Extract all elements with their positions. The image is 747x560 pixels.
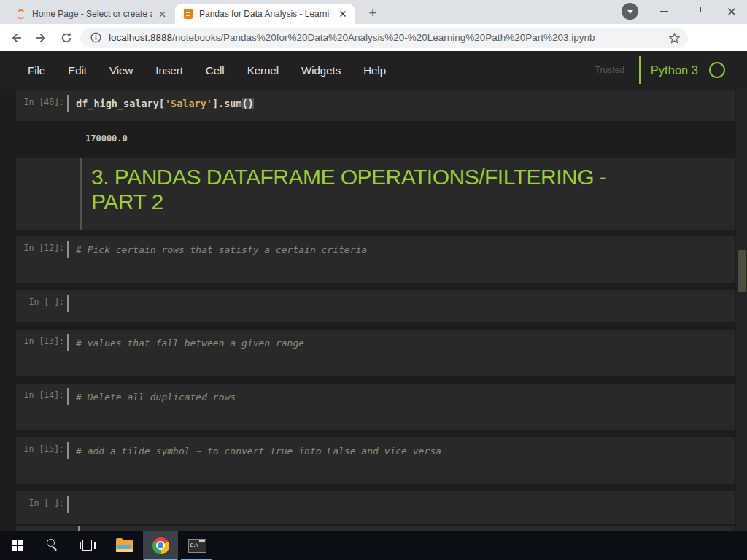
cell-gutter-line [67,295,69,312]
windows-logo-icon [12,540,24,552]
cell-prompt[interactable]: In [ ]: [16,498,64,508]
code-input[interactable]: # Pick certain rows that satisfy a certa… [76,242,728,257]
code-input[interactable]: df_high_salary['Salary'].sum() [76,96,728,111]
kernel-name: Python 3 [651,63,698,77]
code-cell[interactable]: In [15]:# add a tilde symbol ~ to conver… [16,438,735,484]
code-cell[interactable]: In [13]:# values that fall between a giv… [16,330,735,376]
tab-home-page[interactable]: Home Page - Select or create a n [7,4,174,24]
cell-gutter-line [67,388,69,405]
reload-icon[interactable] [58,30,74,46]
cell-gutter-line [67,496,69,513]
tab-title: Pandas for Data Analysis - Learni [199,9,333,19]
browser-tab-strip: Home Page - Select or create a n Pandas … [0,0,747,24]
notebook-cells: In [40]:df_high_salary['Salary'].sum()17… [0,89,736,524]
task-view-icon [80,540,96,551]
cell-prompt[interactable]: In [40]: [16,97,64,107]
jupyter-logo-icon [16,9,26,19]
new-tab-button[interactable]: + [363,4,383,22]
code-cell[interactable]: In [ ]: [16,491,735,524]
file-explorer-button[interactable] [107,531,142,560]
tab-title: Home Page - Select or create a n [32,9,152,19]
code-cell[interactable]: In [12]:# Pick certain rows that satisfy… [16,236,735,283]
window-restore-button[interactable] [684,1,709,23]
cell-gutter-line [67,442,69,459]
jupyter-menubar: FileEditViewInsertCellKernelWidgetsHelp … [0,51,747,89]
markdown-heading[interactable]: 3. PANDAS DATAFRAME OPERATIONS/FILTERING… [91,165,724,214]
code-cell[interactable]: In [40]:df_high_salary['Salary'].sum() [16,90,735,121]
search-icon [45,538,60,553]
forward-icon[interactable] [34,30,50,46]
menu-view[interactable]: View [109,64,133,77]
folder-icon [116,540,133,552]
code-input[interactable]: # add a tilde symbol ~ to convert True i… [76,443,728,459]
cell-gutter-line [67,334,69,351]
url-text: localhost:8888/notebooks/Pandas%20for%20… [109,32,595,43]
url-host: localhost:8888 [109,32,172,43]
cell-prompt[interactable]: In [ ]: [16,297,64,307]
back-icon[interactable] [8,30,24,46]
cell-output: 170000.0 [16,121,735,155]
menu-edit[interactable]: Edit [68,64,87,77]
cell-prompt[interactable]: In [13]: [16,336,64,346]
notebook-content: In [40]:df_high_salary['Salary'].sum()17… [0,89,736,531]
cell-gutter-line [67,241,69,258]
notebook-icon [184,9,193,19]
menu-file[interactable]: File [28,64,45,77]
address-bar[interactable]: localhost:8888/notebooks/Pandas%20for%20… [80,28,688,48]
bookmark-star-icon[interactable] [668,32,681,44]
cell-prompt[interactable]: In [12]: [16,243,64,253]
task-view-button[interactable] [70,531,105,560]
site-info-icon[interactable] [90,32,101,43]
start-button[interactable] [0,531,35,560]
screen: Home Page - Select or create a n Pandas … [0,0,747,560]
scrollbar-thumb[interactable] [738,250,746,292]
kernel-idle-icon [709,62,725,78]
chrome-taskbar-button[interactable] [143,531,178,560]
terminal-icon: C:\_ [188,539,206,553]
markdown-cell[interactable]: 3. PANDAS DATAFRAME OPERATIONS/FILTERING… [16,158,735,230]
menu-insert[interactable]: Insert [155,64,183,77]
browser-toolbar: localhost:8888/notebooks/Pandas%20for%20… [0,24,747,51]
code-input[interactable]: # values that fall between a given range [76,335,728,351]
trusted-label: Trusted [595,65,624,75]
cell-prompt[interactable]: In [15]: [16,444,64,454]
menu-kernel[interactable]: Kernel [247,64,279,77]
window-minimize-button[interactable] [651,1,676,23]
chrome-icon [152,537,169,554]
taskbar: C:\_ [0,531,747,560]
terminal-taskbar-button[interactable]: C:\_ [179,531,214,560]
kernel-accent-bar [639,56,641,84]
cell-prompt[interactable]: In [14]: [16,390,64,400]
menu-help[interactable]: Help [363,64,386,77]
window-close-button[interactable] [719,1,744,23]
url-path: /notebooks/Pandas%20for%20Data%20Analysi… [172,32,595,43]
code-input[interactable]: # Delete all duplicated rows [76,389,728,405]
tab-close-icon[interactable] [156,8,168,20]
kernel-indicator-group: Trusted Python 3 [595,51,725,89]
code-cell[interactable]: In [ ]: [16,290,735,322]
code-cell[interactable]: In [14]:# Delete all duplicated rows [16,384,735,430]
scrollbar[interactable] [736,89,747,531]
cell-gutter-line [67,95,69,112]
browser-profile-icon[interactable] [622,3,638,20]
menu-cell[interactable]: Cell [206,64,225,77]
tab-pandas-notebook[interactable]: Pandas for Data Analysis - Learni [175,4,355,24]
tab-close-icon[interactable] [337,8,349,20]
menu-widgets[interactable]: Widgets [301,64,341,77]
cell-gutter-line [80,158,82,230]
taskbar-search-button[interactable] [35,531,70,560]
